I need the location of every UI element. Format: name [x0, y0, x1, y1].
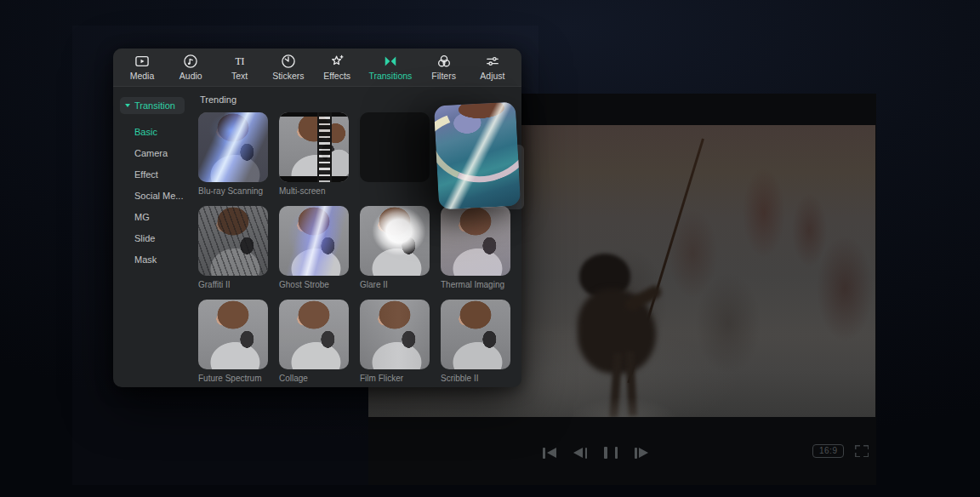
sidebar-group-label: Transition [134, 100, 175, 111]
sidebar-item-basic[interactable]: Basic [113, 121, 190, 142]
transitions-panel: MediaAudioTITextStickersEffectsTransitio… [113, 49, 521, 387]
transition-tile-glare-ii[interactable] [360, 206, 430, 276]
category-sidebar: Transition BasicCameraEffectSocial Me...… [113, 87, 190, 387]
transition-tile-label: Graffiti II [198, 280, 268, 290]
tab-label: Filters [431, 71, 456, 82]
sidebar-item-camera[interactable]: Camera [113, 142, 190, 163]
tab-label: Text [231, 71, 248, 82]
transition-tile-future-spectrum[interactable] [198, 300, 268, 369]
frame-back-button[interactable] [573, 444, 587, 461]
transition-tile-label: Glare II [360, 280, 430, 290]
media-icon [134, 53, 151, 70]
transition-tile-label: Blu-ray Scanning [198, 186, 268, 197]
svg-text:TI: TI [235, 56, 244, 67]
tab-label: Effects [323, 71, 350, 82]
tab-label: Transitions [368, 71, 412, 82]
preview-ribbon [434, 102, 521, 210]
tab-effects[interactable]: Effects [320, 53, 354, 82]
transition-tile-thermal-imaging[interactable] [441, 206, 510, 276]
transitions-icon [382, 53, 399, 70]
video-snow-fog [556, 380, 692, 417]
preview-ribbon [434, 102, 521, 199]
tab-label: Adjust [480, 71, 504, 82]
sidebar-item-social-media[interactable]: Social Me... [113, 185, 190, 206]
caret-down-icon [125, 104, 130, 107]
transition-tile-blu-ray-scanning[interactable] [198, 112, 268, 182]
transition-tile-empty-slot [360, 112, 430, 182]
transition-tile-label: Future Spectrum [198, 374, 268, 384]
skip-start-button[interactable] [543, 444, 556, 461]
filters-icon [436, 53, 453, 70]
playback-controls [543, 444, 648, 461]
transition-tile-label: Thermal Imaging [441, 280, 510, 290]
sidebar-item-slide[interactable]: Slide [113, 227, 190, 248]
transition-tile-label: Scribble II [441, 374, 510, 384]
text-icon: TI [231, 53, 248, 70]
sidebar-item-mask[interactable]: Mask [113, 248, 190, 270]
transition-tile-ghost-strobe[interactable] [279, 206, 349, 276]
tab-filters[interactable]: Filters [427, 53, 461, 82]
top-toolbar: MediaAudioTITextStickersEffectsTransitio… [113, 49, 521, 87]
transitions-content: Trending Blu-ray ScanningMulti-screenGra… [190, 87, 521, 387]
tab-audio[interactable]: Audio [174, 53, 208, 82]
sidebar-group-transition[interactable]: Transition [120, 97, 185, 114]
aspect-ratio-badge[interactable]: 16:9 [812, 444, 844, 458]
transition-tile-multi-screen[interactable] [279, 112, 349, 182]
sidebar-item-effect[interactable]: Effect [113, 163, 190, 185]
transition-tile-label: Film Flicker [360, 374, 430, 384]
fullscreen-icon[interactable] [855, 445, 869, 457]
transition-tile-scribble-ii[interactable] [441, 300, 510, 369]
audio-icon [182, 53, 199, 70]
transition-tile-collage[interactable] [279, 300, 349, 369]
transition-tile-hover-preview[interactable] [434, 102, 521, 210]
pause-button[interactable] [604, 444, 618, 461]
transition-tile-graffiti-ii[interactable] [198, 206, 268, 276]
stickers-icon [280, 53, 297, 70]
tab-label: Media [130, 71, 155, 82]
transition-tile-label: Ghost Strobe [279, 280, 349, 290]
sidebar-item-mg[interactable]: MG [113, 206, 190, 227]
tab-label: Stickers [272, 71, 304, 82]
tab-adjust[interactable]: Adjust [476, 53, 510, 82]
app-root: 16:9 MediaAudioTITextStickersEffectsTran… [0, 0, 980, 497]
tab-stickers[interactable]: Stickers [271, 53, 305, 82]
tab-transitions[interactable]: Transitions [368, 53, 412, 82]
tab-label: Audio [179, 71, 202, 82]
effects-icon [328, 53, 345, 70]
tab-media[interactable]: Media [125, 53, 159, 82]
transition-tile-film-flicker[interactable] [360, 300, 430, 369]
transition-tile-label: Collage [279, 374, 349, 384]
frame-forward-button[interactable] [635, 444, 648, 461]
transition-tile-label: Multi-screen [279, 186, 349, 197]
adjust-icon [484, 53, 501, 70]
tab-text[interactable]: TIText [223, 53, 257, 82]
